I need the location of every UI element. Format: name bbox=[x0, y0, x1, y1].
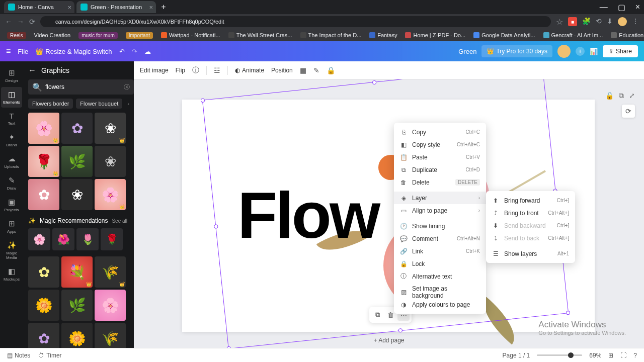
rail-brand[interactable]: ✦Brand bbox=[1, 130, 22, 150]
graphic-thumb[interactable]: ❀👑 bbox=[95, 113, 126, 144]
add-member-button[interactable]: + bbox=[576, 47, 585, 56]
rail-design[interactable]: ⊞Design bbox=[1, 65, 22, 86]
rail-magic-media[interactable]: ✨Magic Media bbox=[1, 238, 22, 263]
graphic-thumb[interactable]: 🌸 bbox=[95, 290, 126, 321]
document-name[interactable]: Green bbox=[458, 48, 476, 55]
close-icon[interactable]: × bbox=[635, 3, 640, 12]
menu-icon[interactable]: ⋮ bbox=[632, 17, 639, 26]
avatar[interactable] bbox=[557, 45, 571, 58]
refresh-button[interactable]: ⟳ bbox=[622, 105, 635, 118]
ctx-item-layer[interactable]: ◈Layer› bbox=[394, 192, 486, 204]
browser-tab[interactable]: Home - Canva × bbox=[4, 1, 74, 13]
bookmark-item[interactable]: Gencraft - AI Art Im... bbox=[540, 31, 606, 39]
maximize-icon[interactable]: ▢ bbox=[618, 3, 625, 12]
fullscreen-icon[interactable]: ⛶ bbox=[620, 352, 626, 359]
flip-button[interactable]: Flip bbox=[176, 67, 185, 74]
insights-icon[interactable]: 📊 bbox=[590, 48, 598, 55]
duplicate-button[interactable]: ⧉ bbox=[371, 309, 383, 321]
lock-page-icon[interactable]: 🔒 bbox=[605, 92, 614, 100]
rail-mockups[interactable]: ◧Mockups bbox=[1, 264, 22, 285]
bookmark-item[interactable]: The Wall Street Cras... bbox=[225, 31, 295, 39]
search-input[interactable]: 🔍 ⓧ bbox=[28, 79, 134, 95]
bookmark-item[interactable]: Home | Z-PDF - Do... bbox=[402, 31, 468, 39]
bookmark-item[interactable]: The Impact of the D... bbox=[297, 31, 365, 39]
file-menu[interactable]: File bbox=[18, 48, 28, 55]
rail-uploads[interactable]: ☁Uploads bbox=[1, 151, 22, 172]
graphic-thumb[interactable]: 🌹 bbox=[101, 228, 123, 250]
graphic-thumb[interactable]: ❀ bbox=[95, 146, 126, 177]
bookmark-item[interactable]: Wattpad - Notificati... bbox=[158, 31, 223, 39]
download-icon[interactable]: ⬇ bbox=[607, 17, 613, 26]
ctx-item-alternative-text[interactable]: ⓘAlternative text bbox=[394, 270, 486, 283]
animate-button[interactable]: ◐Animate bbox=[235, 67, 264, 74]
chip-next[interactable]: › bbox=[125, 99, 131, 109]
ctx-item-copy-style[interactable]: ◧Copy styleCtrl+Alt+C bbox=[394, 138, 486, 151]
ctx-item-comment[interactable]: 💬CommentCtrl+Alt+N bbox=[394, 232, 486, 245]
history-icon[interactable]: ⟲ bbox=[596, 17, 602, 26]
close-icon[interactable]: × bbox=[67, 4, 71, 11]
rail-text[interactable]: TText bbox=[1, 109, 22, 129]
search-field[interactable] bbox=[45, 83, 121, 90]
redo-button[interactable]: ↷ bbox=[132, 48, 137, 55]
info-icon[interactable]: ⓘ bbox=[192, 66, 199, 75]
submenu-item-bring-forward[interactable]: ⬆Bring forwardCtrl+] bbox=[486, 194, 575, 207]
bookmark-item[interactable]: music for mum bbox=[78, 32, 118, 39]
cloud-sync-icon[interactable]: ☁ bbox=[144, 48, 151, 55]
graphic-thumb[interactable]: ❀ bbox=[61, 179, 93, 210]
graphic-thumb[interactable]: ✿ bbox=[61, 113, 93, 144]
submenu-item-bring-to-front[interactable]: ⤴Bring to frontCtrl+Alt+] bbox=[486, 207, 575, 219]
graphic-thumb[interactable]: 🌿 bbox=[61, 146, 93, 177]
add-page-button[interactable]: + Add page bbox=[373, 337, 404, 344]
page-indicator[interactable]: Page 1 / 1 bbox=[503, 352, 530, 359]
ctx-item-delete[interactable]: 🗑DeleteDELETE bbox=[394, 176, 486, 189]
minimize-icon[interactable]: — bbox=[600, 3, 608, 12]
bookmark-item[interactable]: Fantasy bbox=[366, 31, 400, 39]
ctx-item-lock[interactable]: 🔒Lock bbox=[394, 257, 486, 270]
graphic-thumb[interactable]: ✿ bbox=[28, 256, 59, 288]
bookmark-item[interactable]: Video Creation bbox=[31, 31, 74, 39]
star-icon[interactable]: ☆ bbox=[556, 17, 563, 27]
extensions-icon[interactable]: 🧩 bbox=[582, 17, 591, 26]
ctx-item-duplicate[interactable]: ⧉DuplicateCtrl+D bbox=[394, 163, 486, 176]
graphic-thumb[interactable]: 🌷 bbox=[76, 228, 99, 250]
ctx-item-set-image-as-background[interactable]: ▨Set image as background bbox=[394, 286, 486, 298]
submenu-item-show-layers[interactable]: ☰Show layersAlt+1 bbox=[486, 247, 575, 260]
rail-elements[interactable]: ◫Elements bbox=[1, 87, 22, 108]
clear-icon[interactable]: ⓧ bbox=[124, 83, 130, 92]
graphic-thumb[interactable]: 🌼 bbox=[61, 323, 93, 348]
edit-image-button[interactable]: Edit image bbox=[140, 67, 169, 74]
rail-projects[interactable]: ▣Projects bbox=[1, 195, 22, 215]
browser-tab[interactable]: Green - Presentation × bbox=[76, 1, 156, 13]
expand-icon[interactable]: ⤢ bbox=[629, 92, 635, 100]
graphic-thumb[interactable]: ✿ bbox=[28, 179, 59, 210]
extension-icon[interactable]: ■ bbox=[568, 17, 577, 26]
zoom-slider[interactable] bbox=[537, 354, 582, 356]
lock-icon[interactable]: 🔒 bbox=[327, 66, 335, 74]
ctx-item-show-timing[interactable]: 🕐Show timing bbox=[394, 220, 486, 232]
ctx-item-paste[interactable]: 📋PasteCtrl+V bbox=[394, 151, 486, 163]
back-button[interactable]: ← bbox=[28, 66, 36, 75]
try-pro-button[interactable]: 👑Try Pro for 30 days bbox=[481, 45, 552, 57]
rail-apps[interactable]: ⊞Apps bbox=[1, 216, 22, 237]
new-tab-button[interactable]: + bbox=[161, 3, 166, 12]
filter-chip[interactable]: Flower bouquet bbox=[76, 99, 122, 109]
graphic-thumb[interactable]: 🌸👑 bbox=[95, 179, 126, 210]
ctx-item-align-to-page[interactable]: ▭Align to page› bbox=[394, 204, 486, 217]
see-all-link[interactable]: See all bbox=[112, 218, 127, 224]
forward-button[interactable]: → bbox=[17, 18, 24, 26]
notes-button[interactable]: ▤Notes bbox=[7, 352, 30, 359]
close-icon[interactable]: × bbox=[149, 4, 153, 11]
canvas-viewport[interactable]: 🔒 ⧉ ⤢ ⟳ Flow bbox=[134, 79, 644, 348]
graphic-thumb[interactable]: 🌼 bbox=[28, 290, 59, 321]
graphic-thumb[interactable]: 🌿 bbox=[61, 290, 93, 321]
profile-avatar[interactable] bbox=[618, 17, 627, 26]
align-icon[interactable]: ☳ bbox=[214, 66, 220, 74]
filter-chip[interactable]: Flowers border bbox=[28, 99, 73, 109]
bookmark-item[interactable]: Reels bbox=[7, 32, 26, 39]
bookmark-item[interactable]: Google Data Analyti... bbox=[470, 31, 538, 39]
reload-button[interactable]: ⟳ bbox=[29, 18, 35, 26]
graphic-thumb[interactable]: 🌸 bbox=[28, 228, 50, 250]
menu-icon[interactable]: ≡ bbox=[6, 47, 11, 56]
ctx-item-copy[interactable]: ⎘CopyCtrl+C bbox=[394, 126, 486, 138]
ctx-item-apply-colours-to-page[interactable]: ◑Apply colours to page bbox=[394, 298, 486, 311]
